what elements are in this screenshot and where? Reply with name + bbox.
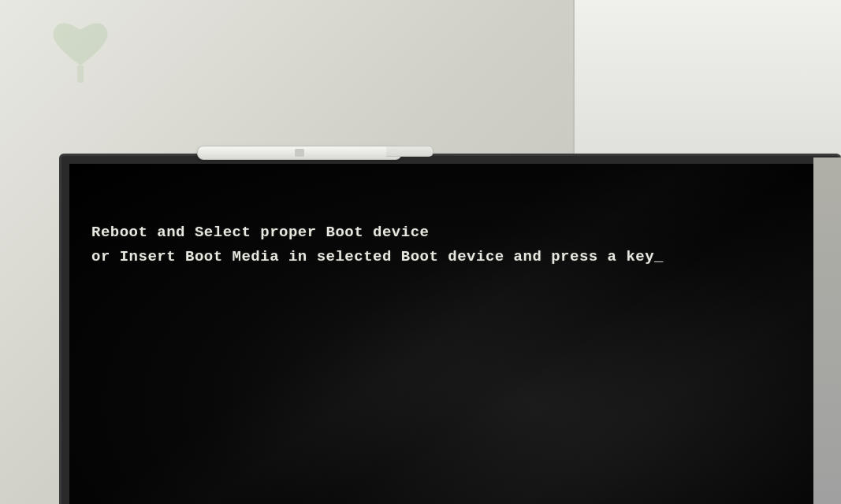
svg-rect-0 xyxy=(77,65,84,83)
monitor-screen: Reboot and Select proper Boot device or … xyxy=(69,164,831,504)
bios-line-2: or Insert Boot Media in selected Boot de… xyxy=(91,245,664,269)
heart-decoration xyxy=(49,14,112,85)
screen-glare xyxy=(69,164,831,504)
wall-right-section xyxy=(813,158,841,504)
cabinet-shelf xyxy=(573,0,841,158)
monitor-topper-extension xyxy=(386,146,434,157)
bios-error-text: Reboot and Select proper Boot device or … xyxy=(91,220,664,270)
monitor-webcam xyxy=(197,146,402,160)
monitor-bezel: Reboot and Select proper Boot device or … xyxy=(59,154,841,504)
bios-line-1: Reboot and Select proper Boot device xyxy=(91,220,664,245)
